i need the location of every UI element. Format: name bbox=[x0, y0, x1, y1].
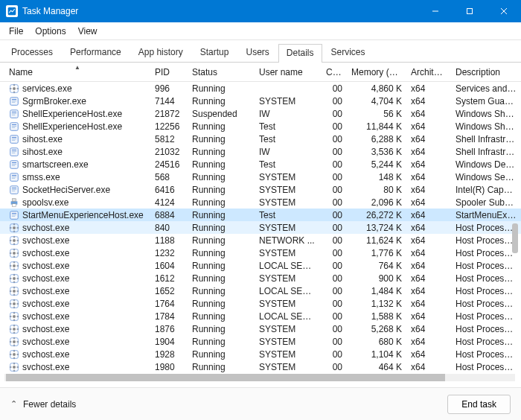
cell-memory: 4,704 K bbox=[347, 96, 406, 106]
cell-user: SYSTEM bbox=[255, 362, 322, 372]
cell-cpu: 00 bbox=[322, 134, 347, 144]
table-row[interactable]: ShellExperienceHost.exe12256RunningTest0… bbox=[0, 120, 521, 133]
cell-memory: 464 K bbox=[347, 362, 406, 372]
table-row[interactable]: smss.exe568RunningSYSTEM00148 Kx64Window… bbox=[0, 171, 521, 183]
svg-rect-30 bbox=[12, 152, 15, 153]
cell-pid: 1652 bbox=[150, 286, 188, 296]
cell-user: SYSTEM bbox=[255, 223, 322, 233]
table-row[interactable]: smartscreen.exe24516RunningTest005,244 K… bbox=[0, 158, 521, 171]
svg-rect-66 bbox=[17, 252, 19, 253]
scrollbar-thumb[interactable] bbox=[6, 374, 445, 381]
table-row[interactable]: SocketHeciServer.exe6416RunningSYSTEM008… bbox=[0, 183, 521, 196]
table-row[interactable]: spoolsv.exe4124RunningSYSTEM002,096 Kx64… bbox=[0, 196, 521, 209]
table-row[interactable]: svchost.exe1764RunningSYSTEM001,132 Kx64… bbox=[0, 297, 521, 310]
table-row[interactable]: svchost.exe1232RunningSYSTEM001,776 Kx64… bbox=[0, 246, 521, 259]
col-header-cpu[interactable]: CPU bbox=[322, 64, 347, 80]
tab-startup[interactable]: Startup bbox=[192, 43, 237, 62]
svg-point-92 bbox=[13, 315, 16, 318]
close-button[interactable] bbox=[487, 0, 521, 22]
cell-user: IW bbox=[255, 109, 322, 119]
col-header-status[interactable]: Status bbox=[188, 64, 255, 80]
tab-services[interactable]: Services bbox=[323, 43, 374, 62]
process-icon bbox=[9, 134, 19, 144]
cell-status: Running bbox=[188, 324, 255, 334]
cell-pid: 568 bbox=[150, 172, 188, 182]
menubar: File Options View bbox=[0, 22, 521, 40]
menu-options[interactable]: Options bbox=[29, 24, 71, 39]
table-row[interactable]: svchost.exe1784RunningLOCAL SERV...001,5… bbox=[0, 310, 521, 322]
table-row[interactable]: svchost.exe1980RunningSYSTEM00464 Kx64Ho… bbox=[0, 360, 521, 373]
vertical-scrollbar-thumb[interactable] bbox=[512, 223, 518, 253]
table-row[interactable]: StartMenuExperienceHost.exe6884RunningTe… bbox=[0, 209, 521, 221]
tab-users[interactable]: Users bbox=[237, 43, 277, 62]
svg-rect-105 bbox=[13, 337, 14, 339]
cell-status: Running bbox=[188, 185, 255, 195]
table-row[interactable]: ShellExperienceHost.exe21872SuspendedIW0… bbox=[0, 107, 521, 120]
cell-user: LOCAL SERV... bbox=[255, 261, 322, 271]
table-row[interactable]: services.exe996Running004,860 Kx64Servic… bbox=[0, 82, 521, 95]
maximize-button[interactable] bbox=[453, 0, 487, 22]
table-row[interactable]: svchost.exe840RunningSYSTEM0013,724 Kx64… bbox=[0, 221, 521, 234]
table-row[interactable]: svchost.exe1188RunningNETWORK ...0011,62… bbox=[0, 234, 521, 246]
table-row[interactable]: svchost.exe1876RunningSYSTEM005,268 Kx64… bbox=[0, 322, 521, 335]
cell-description: Host Process for \ bbox=[451, 248, 521, 258]
cell-user: SYSTEM bbox=[255, 324, 322, 334]
table-row[interactable]: svchost.exe1604RunningLOCAL SERV...00764… bbox=[0, 259, 521, 272]
process-name: sihost.exe bbox=[22, 134, 63, 144]
cell-description: Host Process for \ bbox=[451, 286, 521, 296]
svg-rect-81 bbox=[13, 286, 14, 288]
svg-rect-113 bbox=[10, 354, 12, 354]
cell-user: Test bbox=[255, 134, 322, 144]
svg-rect-119 bbox=[10, 366, 12, 367]
svg-rect-77 bbox=[10, 278, 12, 279]
titlebar[interactable]: Task Manager bbox=[0, 0, 521, 22]
process-name: ShellExperienceHost.exe bbox=[22, 121, 122, 132]
table-row[interactable]: SgrmBroker.exe7144RunningSYSTEM004,704 K… bbox=[0, 95, 521, 107]
svg-rect-88 bbox=[13, 306, 14, 308]
menu-file[interactable]: File bbox=[3, 24, 29, 39]
table-row[interactable]: svchost.exe1904RunningSYSTEM00680 Kx64Ho… bbox=[0, 335, 521, 348]
cell-pid: 1188 bbox=[150, 235, 188, 246]
table-row[interactable]: svchost.exe1928RunningSYSTEM001,104 Kx64… bbox=[0, 348, 521, 360]
tab-processes[interactable]: Processes bbox=[3, 43, 61, 62]
process-icon bbox=[9, 349, 19, 360]
svg-rect-117 bbox=[13, 362, 14, 364]
svg-rect-6 bbox=[13, 83, 14, 86]
cell-memory: 1,104 K bbox=[347, 349, 406, 360]
end-task-button[interactable]: End task bbox=[447, 395, 511, 414]
menu-view[interactable]: View bbox=[72, 24, 103, 39]
process-name: svchost.exe bbox=[22, 311, 69, 322]
horizontal-scrollbar[interactable] bbox=[4, 374, 515, 381]
col-header-name[interactable]: Name▲ bbox=[4, 64, 150, 80]
table-row[interactable]: svchost.exe1652RunningLOCAL SERV...001,4… bbox=[0, 284, 521, 297]
table-row[interactable]: sihost.exe21032RunningIW003,536 Kx64Shel… bbox=[0, 145, 521, 158]
cell-pid: 6884 bbox=[150, 210, 188, 220]
cell-status: Running bbox=[188, 286, 255, 296]
svg-rect-37 bbox=[12, 176, 16, 177]
table-row[interactable]: svchost.exe1612RunningSYSTEM00900 Kx64Ho… bbox=[0, 272, 521, 284]
minimize-button[interactable] bbox=[418, 0, 453, 22]
window-title: Task Manager bbox=[22, 6, 78, 16]
cell-arch: x64 bbox=[406, 223, 451, 233]
svg-rect-48 bbox=[12, 214, 16, 215]
process-icon bbox=[9, 324, 19, 334]
cell-status: Running bbox=[188, 121, 255, 132]
svg-rect-32 bbox=[12, 162, 16, 162]
tab-app-history[interactable]: App history bbox=[130, 43, 191, 62]
svg-rect-7 bbox=[13, 91, 14, 93]
col-header-description[interactable]: Description bbox=[451, 64, 521, 80]
col-header-arch[interactable]: Architec... bbox=[406, 64, 451, 80]
process-name: svchost.exe bbox=[22, 299, 69, 309]
tab-performance[interactable]: Performance bbox=[62, 43, 130, 62]
fewer-details-toggle[interactable]: ⌃ Fewer details bbox=[10, 399, 76, 410]
cell-arch: x64 bbox=[406, 185, 451, 195]
col-header-user[interactable]: User name bbox=[255, 64, 322, 80]
col-header-memory[interactable]: Memory (ac... bbox=[347, 64, 406, 80]
table-row[interactable]: sihost.exe5812RunningTest006,288 Kx64She… bbox=[0, 133, 521, 145]
cell-status: Running bbox=[188, 96, 255, 106]
cell-arch: x64 bbox=[406, 159, 451, 170]
cell-cpu: 00 bbox=[322, 273, 347, 284]
svg-rect-57 bbox=[13, 235, 14, 238]
tab-details[interactable]: Details bbox=[278, 44, 322, 63]
col-header-pid[interactable]: PID bbox=[150, 64, 188, 80]
